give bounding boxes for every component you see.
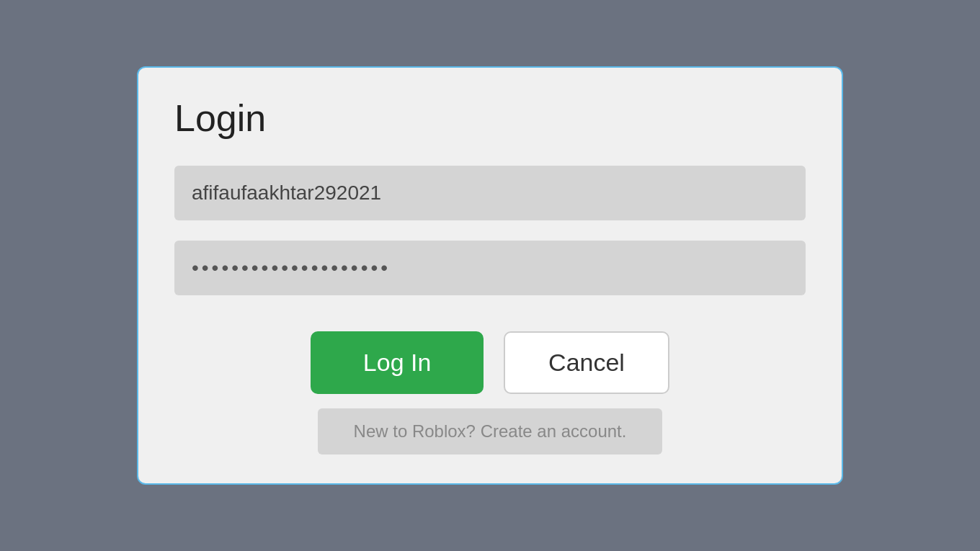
action-buttons: Log In Cancel [311, 331, 669, 394]
username-input[interactable] [174, 166, 806, 220]
create-account-button[interactable]: New to Roblox? Create an account. [318, 408, 663, 454]
cancel-button[interactable]: Cancel [504, 331, 669, 394]
login-dialog: Login Log In Cancel New to Roblox? Creat… [137, 66, 843, 485]
login-button[interactable]: Log In [311, 331, 484, 394]
button-row: Log In Cancel New to Roblox? Create an a… [174, 331, 806, 454]
password-input[interactable] [174, 241, 806, 295]
dialog-title: Login [174, 97, 806, 140]
